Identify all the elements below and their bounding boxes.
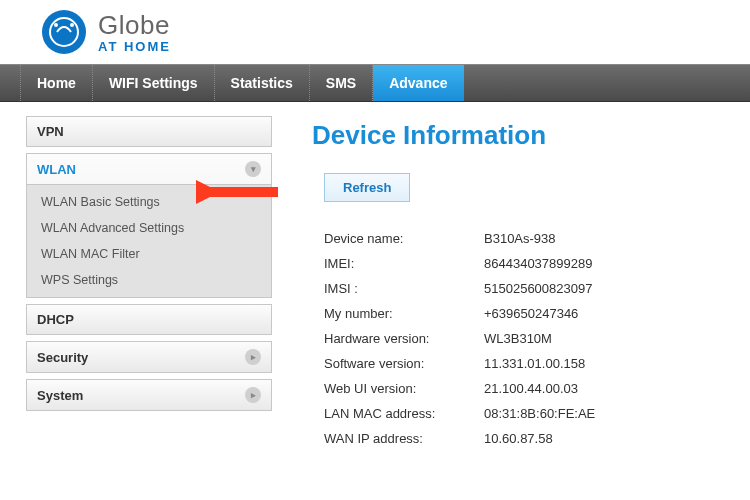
info-label: Software version: bbox=[324, 356, 484, 371]
brand-sub: AT HOME bbox=[98, 39, 171, 54]
sidebar: VPNWLAN▾WLAN Basic SettingsWLAN Advanced… bbox=[26, 116, 272, 451]
sidebar-panel-head-system[interactable]: System▸ bbox=[27, 380, 271, 410]
navbar: HomeWIFI SettingsStatisticsSMSAdvance bbox=[0, 64, 750, 102]
info-row: LAN MAC address:08:31:8B:60:FE:AE bbox=[324, 401, 730, 426]
info-row: My number:+639650247346 bbox=[324, 301, 730, 326]
content: Device Information Refresh Device name:B… bbox=[312, 116, 730, 451]
chevron-right-icon: ▸ bbox=[245, 349, 261, 365]
sidebar-panel-security: Security▸ bbox=[26, 341, 272, 373]
info-row: Software version:11.331.01.00.158 bbox=[324, 351, 730, 376]
chevron-down-icon: ▾ bbox=[245, 161, 261, 177]
svg-point-3 bbox=[70, 23, 74, 27]
info-label: Hardware version: bbox=[324, 331, 484, 346]
sidebar-panel-wlan: WLAN▾WLAN Basic SettingsWLAN Advanced Se… bbox=[26, 153, 272, 298]
info-label: Web UI version: bbox=[324, 381, 484, 396]
sidebar-panel-label: Security bbox=[37, 350, 88, 365]
chevron-right-icon: ▸ bbox=[245, 387, 261, 403]
sidebar-item-wps-settings[interactable]: WPS Settings bbox=[27, 267, 271, 293]
sidebar-panel-label: WLAN bbox=[37, 162, 76, 177]
sidebar-panel-head-wlan[interactable]: WLAN▾ bbox=[27, 154, 271, 184]
nav-item-home[interactable]: Home bbox=[20, 65, 93, 101]
nav-item-advance[interactable]: Advance bbox=[373, 65, 463, 101]
sidebar-panel-label: System bbox=[37, 388, 83, 403]
svg-point-1 bbox=[50, 18, 78, 46]
nav-item-sms[interactable]: SMS bbox=[310, 65, 373, 101]
nav-item-wifi-settings[interactable]: WIFI Settings bbox=[93, 65, 215, 101]
info-label: IMSI : bbox=[324, 281, 484, 296]
header: Globe AT HOME bbox=[0, 0, 750, 64]
sidebar-item-wlan-advanced-settings[interactable]: WLAN Advanced Settings bbox=[27, 215, 271, 241]
sidebar-panel-label: VPN bbox=[37, 124, 64, 139]
brand-text: Globe AT HOME bbox=[98, 10, 171, 54]
info-row: Device name:B310As-938 bbox=[324, 226, 730, 251]
info-label: My number: bbox=[324, 306, 484, 321]
brand-name: Globe bbox=[98, 10, 171, 41]
info-row: Hardware version:WL3B310M bbox=[324, 326, 730, 351]
info-value: 21.100.44.00.03 bbox=[484, 381, 578, 396]
info-value: +639650247346 bbox=[484, 306, 578, 321]
info-value: 864434037899289 bbox=[484, 256, 592, 271]
info-value: 515025600823097 bbox=[484, 281, 592, 296]
info-label: IMEI: bbox=[324, 256, 484, 271]
info-label: WAN IP address: bbox=[324, 431, 484, 446]
refresh-button[interactable]: Refresh bbox=[324, 173, 410, 202]
info-row: Web UI version:21.100.44.00.03 bbox=[324, 376, 730, 401]
info-value: 10.60.87.58 bbox=[484, 431, 553, 446]
svg-point-2 bbox=[54, 23, 58, 27]
sidebar-panel-label: DHCP bbox=[37, 312, 74, 327]
page-title: Device Information bbox=[312, 120, 730, 151]
info-label: Device name: bbox=[324, 231, 484, 246]
sidebar-item-wlan-basic-settings[interactable]: WLAN Basic Settings bbox=[27, 189, 271, 215]
info-value: WL3B310M bbox=[484, 331, 552, 346]
sidebar-item-wlan-mac-filter[interactable]: WLAN MAC Filter bbox=[27, 241, 271, 267]
info-value: 11.331.01.00.158 bbox=[484, 356, 585, 371]
device-info-table: Device name:B310As-938IMEI:8644340378992… bbox=[324, 226, 730, 451]
sidebar-panel-body: WLAN Basic SettingsWLAN Advanced Setting… bbox=[27, 184, 271, 297]
sidebar-panel-head-security[interactable]: Security▸ bbox=[27, 342, 271, 372]
info-row: IMSI :515025600823097 bbox=[324, 276, 730, 301]
info-value: B310As-938 bbox=[484, 231, 556, 246]
info-value: 08:31:8B:60:FE:AE bbox=[484, 406, 595, 421]
nav-item-statistics[interactable]: Statistics bbox=[215, 65, 310, 101]
sidebar-panel-dhcp: DHCP bbox=[26, 304, 272, 335]
sidebar-panel-vpn: VPN bbox=[26, 116, 272, 147]
info-row: WAN IP address:10.60.87.58 bbox=[324, 426, 730, 451]
globe-logo-icon bbox=[40, 8, 88, 56]
info-row: IMEI:864434037899289 bbox=[324, 251, 730, 276]
info-label: LAN MAC address: bbox=[324, 406, 484, 421]
sidebar-panel-system: System▸ bbox=[26, 379, 272, 411]
sidebar-panel-head-vpn[interactable]: VPN bbox=[27, 117, 271, 146]
sidebar-panel-head-dhcp[interactable]: DHCP bbox=[27, 305, 271, 334]
